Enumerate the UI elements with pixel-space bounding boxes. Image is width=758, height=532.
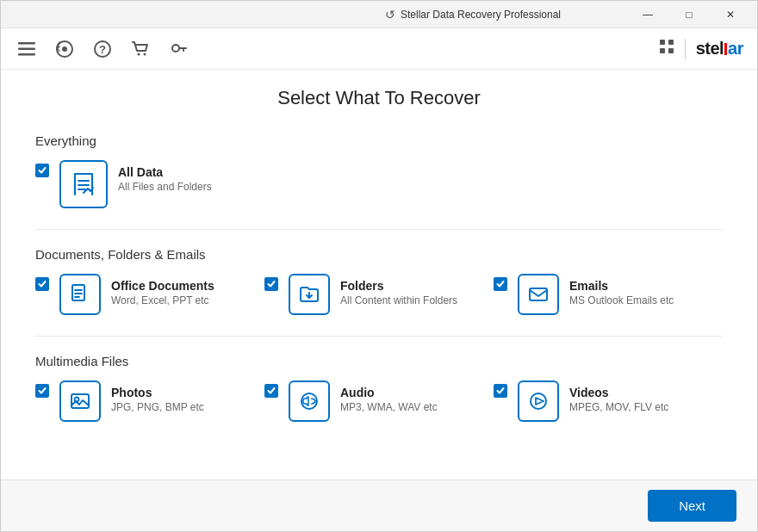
key-icon[interactable]: [166, 37, 190, 61]
section-multimedia-label: Multimedia Files: [35, 354, 723, 368]
photos-title: Photos: [111, 386, 204, 399]
history-icon[interactable]: [53, 37, 77, 61]
all-data-title: All Data: [118, 165, 212, 179]
footer: Next: [1, 479, 757, 531]
checkbox-emails[interactable]: [494, 277, 507, 291]
stellar-logo: stelar: [696, 39, 743, 59]
svg-point-7: [138, 53, 140, 55]
emails-text: Emails MS Outlook Emails etc: [569, 274, 674, 306]
folders-icon: [289, 274, 330, 315]
close-button[interactable]: ✕: [711, 1, 750, 28]
item-office-docs: Office Documents Word, Excel, PPT etc: [35, 274, 264, 315]
sep-2: [35, 336, 723, 337]
svg-point-4: [62, 46, 67, 52]
audio-subtitle: MP3, WMA, WAV etc: [340, 401, 438, 413]
checkbox-audio-wrap: [264, 384, 278, 398]
grid-icon[interactable]: [659, 39, 674, 59]
svg-rect-2: [18, 53, 35, 56]
folders-title: Folders: [340, 279, 457, 293]
audio-text: Audio MP3, WMA, WAV etc: [340, 380, 438, 413]
emails-icon: [518, 274, 559, 315]
checkbox-folders[interactable]: [264, 277, 278, 291]
svg-rect-12: [660, 48, 665, 53]
main-content: Select What To Recover Everything All Da…: [1, 70, 757, 479]
svg-rect-17: [72, 285, 84, 300]
office-docs-title: Office Documents: [111, 279, 214, 293]
cart-icon[interactable]: [128, 37, 152, 61]
checkbox-all-data[interactable]: [35, 164, 49, 177]
office-docs-subtitle: Word, Excel, PPT etc: [111, 294, 214, 306]
emails-subtitle: MS Outlook Emails etc: [569, 294, 674, 306]
section-everything-label: Everything: [35, 133, 723, 148]
page-title: Select What To Recover: [35, 87, 723, 109]
videos-subtitle: MPEG, MOV, FLV etc: [569, 401, 668, 413]
svg-rect-23: [71, 394, 89, 408]
title-bar: ↺ Stellar Data Recovery Professional — □…: [1, 1, 757, 28]
videos-icon: [518, 380, 559, 422]
item-emails: Emails MS Outlook Emails etc: [494, 274, 723, 315]
sep-1: [35, 229, 723, 230]
photos-text: Photos JPG, PNG, BMP etc: [111, 380, 204, 413]
svg-rect-0: [18, 42, 35, 45]
emails-title: Emails: [569, 279, 674, 293]
checkbox-audio[interactable]: [264, 384, 278, 398]
checkbox-videos[interactable]: [494, 384, 507, 398]
section-docs-label: Documents, Folders & Emails: [35, 247, 723, 262]
all-data-subtitle: All Files and Folders: [118, 181, 212, 193]
audio-title: Audio: [340, 386, 438, 399]
item-audio: Audio MP3, WMA, WAV etc: [264, 380, 494, 422]
all-data-text: All Data All Files and Folders: [118, 160, 212, 193]
office-docs-text: Office Documents Word, Excel, PPT etc: [111, 274, 214, 306]
help-icon[interactable]: ?: [90, 37, 115, 61]
office-docs-icon: [59, 274, 101, 315]
item-photos: Photos JPG, PNG, BMP etc: [35, 380, 264, 422]
docs-section-row: Office Documents Word, Excel, PPT etc Fo…: [35, 274, 723, 315]
svg-rect-11: [668, 40, 674, 45]
videos-text: Videos MPEG, MOV, FLV etc: [569, 380, 668, 413]
title-bar-text: Stellar Data Recovery Professional: [401, 9, 561, 21]
videos-title: Videos: [569, 386, 668, 399]
menu-bar: ? stelar: [1, 28, 757, 70]
svg-text:?: ?: [99, 43, 106, 56]
maximize-button[interactable]: □: [669, 1, 709, 28]
checkbox-office-docs[interactable]: [35, 277, 49, 291]
checkbox-videos-wrap: [494, 384, 507, 398]
item-all-data: All Data All Files and Folders: [35, 160, 276, 208]
everything-section-row: All Data All Files and Folders: [35, 160, 723, 208]
svg-marker-27: [536, 398, 544, 405]
svg-rect-22: [530, 288, 547, 300]
photos-subtitle: JPG, PNG, BMP etc: [111, 401, 204, 413]
next-button[interactable]: Next: [648, 490, 736, 522]
item-videos: Videos MPEG, MOV, FLV etc: [494, 380, 723, 422]
checkbox-office-docs-wrap: [35, 277, 49, 291]
checkbox-photos-wrap: [35, 384, 49, 398]
multimedia-section-row: Photos JPG, PNG, BMP etc Audio MP3, WMA: [35, 380, 723, 422]
svg-rect-1: [18, 47, 35, 50]
audio-icon: [289, 380, 330, 422]
all-data-icon: [59, 160, 108, 208]
title-bar-icon: ↺: [385, 8, 395, 22]
checkbox-photos[interactable]: [35, 384, 49, 398]
minimize-button[interactable]: —: [628, 1, 668, 28]
checkbox-emails-wrap: [494, 277, 507, 291]
checkbox-all-data-wrap: [35, 164, 49, 177]
svg-point-9: [172, 45, 179, 52]
hamburger-menu[interactable]: [15, 37, 39, 61]
svg-point-8: [144, 53, 146, 55]
checkbox-folders-wrap: [264, 277, 278, 291]
svg-rect-10: [660, 40, 665, 45]
folders-subtitle: All Content within Folders: [340, 294, 457, 306]
item-folders: Folders All Content within Folders: [264, 274, 494, 315]
logo-divider: [685, 39, 686, 59]
photos-icon: [59, 380, 101, 422]
svg-rect-13: [668, 48, 674, 53]
folders-text: Folders All Content within Folders: [340, 274, 457, 306]
